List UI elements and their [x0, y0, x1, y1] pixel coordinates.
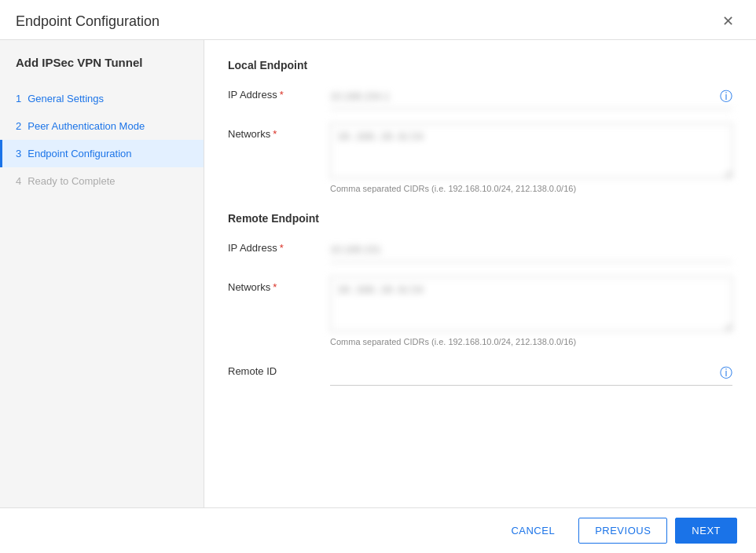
remote-id-info-icon[interactable]: ⓘ: [720, 365, 732, 382]
local-networks-hint: Comma separated CIDRs (i.e. 192.168.10.0…: [330, 184, 732, 193]
next-button[interactable]: NEXT: [675, 518, 737, 544]
remote-id-wrap: ⓘ: [330, 361, 732, 386]
sidebar-item-ready-to-complete: 4 Ready to Complete: [0, 167, 204, 195]
local-ip-address-label: IP Address*: [228, 84, 330, 101]
local-endpoint-section-title: Local Endpoint: [228, 59, 732, 71]
step-number-1: 1: [16, 93, 21, 104]
sidebar-title: Add IPSec VPN Tunnel: [0, 56, 204, 85]
cancel-button[interactable]: CANCEL: [495, 518, 571, 543]
step-number-3: 3: [16, 148, 21, 159]
required-star-local-net: *: [273, 128, 277, 140]
remote-id-label: Remote ID: [228, 361, 330, 377]
remote-ip-address-input[interactable]: [330, 237, 732, 262]
remote-networks-hint: Comma separated CIDRs (i.e. 192.168.10.0…: [330, 337, 732, 346]
remote-networks-row: Networks* 10.168.10.0/24 Comma separated…: [228, 276, 732, 346]
modal-header: Endpoint Configuration ✕: [0, 0, 756, 40]
remote-id-row: Remote ID ⓘ: [228, 361, 732, 386]
local-networks-label: Networks*: [228, 123, 330, 140]
step-number-4: 4: [16, 175, 21, 187]
sidebar-item-peer-auth[interactable]: 2 Peer Authentication Mode: [0, 112, 204, 140]
remote-endpoint-section-title: Remote Endpoint: [228, 212, 732, 225]
modal-footer: CANCEL PREVIOUS NEXT: [0, 507, 756, 553]
remote-networks-wrap: 10.168.10.0/24 Comma separated CIDRs (i.…: [330, 276, 732, 346]
sidebar-item-general-settings[interactable]: 1 General Settings: [0, 85, 204, 112]
local-networks-textarea[interactable]: 10.168.10.0/24: [330, 123, 732, 178]
sidebar-item-endpoint-config[interactable]: 3 Endpoint Configuration: [0, 140, 204, 167]
remote-id-input[interactable]: [330, 361, 732, 386]
content-area: Local Endpoint IP Address* ⓘ Networks* 1…: [204, 40, 756, 507]
close-icon: ✕: [722, 13, 734, 29]
close-button[interactable]: ✕: [716, 11, 740, 31]
required-star-remote-net: *: [273, 281, 277, 293]
required-star-remote-ip: *: [280, 242, 284, 254]
step-number-2: 2: [16, 120, 21, 132]
local-ip-info-icon[interactable]: ⓘ: [720, 89, 732, 105]
modal: Endpoint Configuration ✕ Add IPSec VPN T…: [0, 0, 756, 553]
remote-ip-address-label: IP Address*: [228, 237, 330, 254]
sidebar-item-label-3: Endpoint Configuration: [28, 148, 131, 159]
remote-networks-label: Networks*: [228, 276, 330, 293]
modal-title: Endpoint Configuration: [16, 13, 160, 30]
required-star-local-ip: *: [280, 89, 284, 101]
sidebar-item-label-1: General Settings: [28, 93, 104, 104]
sidebar: Add IPSec VPN Tunnel 1 General Settings …: [0, 40, 204, 507]
local-networks-row: Networks* 10.168.10.0/24 Comma separated…: [228, 123, 732, 193]
sidebar-item-label-4: Ready to Complete: [28, 175, 115, 187]
modal-body: Add IPSec VPN Tunnel 1 General Settings …: [0, 40, 756, 507]
local-ip-address-row: IP Address* ⓘ: [228, 84, 732, 109]
remote-ip-address-wrap: [330, 237, 732, 262]
local-networks-wrap: 10.168.10.0/24 Comma separated CIDRs (i.…: [330, 123, 732, 193]
previous-button[interactable]: PREVIOUS: [578, 518, 667, 544]
local-ip-address-wrap: ⓘ: [330, 84, 732, 109]
remote-networks-textarea[interactable]: 10.168.10.0/24: [330, 276, 732, 331]
local-ip-address-input[interactable]: [330, 84, 732, 109]
sidebar-item-label-2: Peer Authentication Mode: [28, 120, 145, 132]
remote-ip-address-row: IP Address*: [228, 237, 732, 262]
